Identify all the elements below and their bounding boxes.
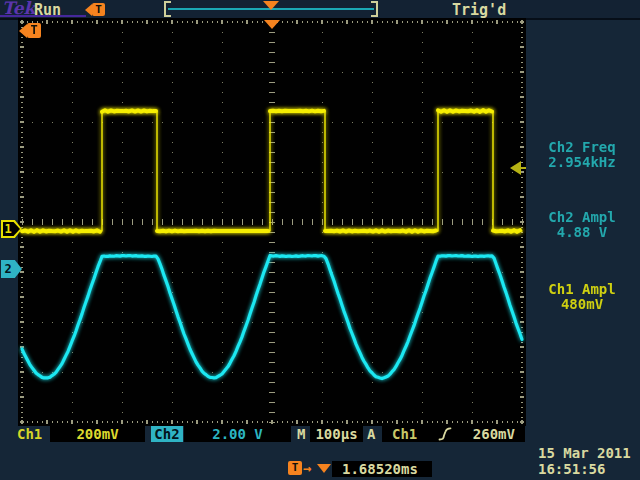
measurement-value: 480mV [526,297,638,312]
oscilloscope-display: Tek Run T Trig'd T 1 2 Ch2 Freq [0,0,640,480]
main-timebase-label: M [297,427,305,443]
measurement-ch1-ampl: Ch1 Ampl 480mV [526,282,638,312]
trigger-level-readout: 260mV [473,426,515,442]
trigger-status: Trig'd [452,1,506,19]
record-view-position-icon [263,1,279,10]
ch2-scale-readout: 2.00 V [184,426,291,442]
timebase-scale-readout: 100µs [310,426,363,442]
datetime-readout: 15 Mar 2011 16:51:56 [538,445,631,477]
measurement-ch2-ampl: Ch2 Ampl 4.88 V [526,210,638,240]
record-view-indicator [164,1,378,17]
expansion-point-icon [264,20,280,29]
t-marker-arrow-icon [19,24,27,38]
ch1-scale-readout: 200mV [50,426,145,442]
time-readout: 16:51:56 [538,461,631,477]
ch2-marker-label: 2 [1,261,15,277]
ch2-label-selected: Ch2 [151,426,183,442]
trigger-system-label: A [367,427,375,443]
ch1-label: Ch1 [17,427,42,443]
waveform-display [18,18,526,426]
t-marker-icon: T [288,461,302,475]
rising-edge-icon [438,426,452,442]
measurement-ch2-freq: Ch2 Freq 2.954kHz [526,140,638,170]
date-readout: 15 Mar 2011 [538,445,631,461]
t-marker-icon: T [27,23,41,38]
arrow-right-icon: → [303,460,311,476]
acquisition-status: Run [34,1,61,19]
top-status-bar: Tek Run T Trig'd [0,0,640,20]
trigger-readout: Ch1 260mV [382,426,525,442]
measurement-label: Ch1 Ampl [526,282,638,297]
t-marker-icon: T [92,3,105,16]
t-marker-arrow-icon [85,4,92,16]
measurement-label: Ch2 Freq [526,140,638,155]
measurement-value: 4.88 V [526,225,638,240]
measurement-value: 2.954kHz [526,155,638,170]
trigger-level-arrow-icon [510,161,521,175]
ch1-marker-label: 1 [1,221,15,237]
expansion-point-icon [317,464,331,473]
measurement-label: Ch2 Ampl [526,210,638,225]
trigger-source: Ch1 [392,426,417,442]
delay-time-readout: 1.68520ms [332,461,432,477]
graticule-screen [18,18,526,426]
